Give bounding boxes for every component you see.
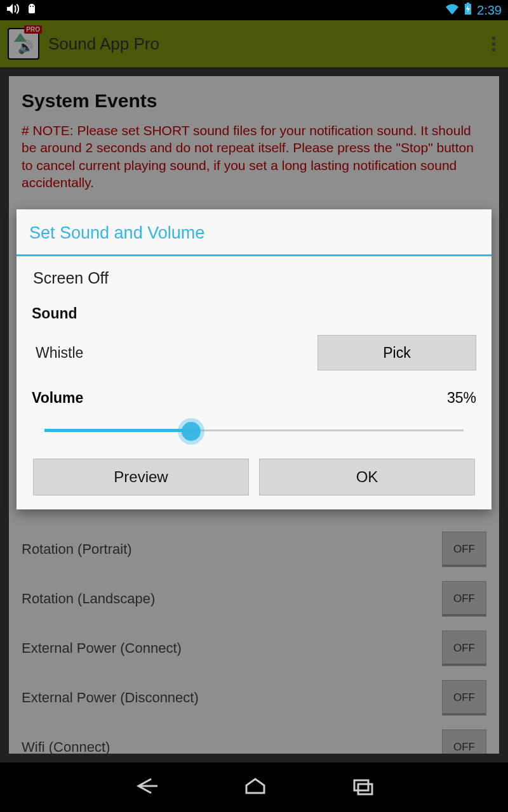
dialog-title: Set Sound and Volume [17, 209, 491, 254]
back-button[interactable] [132, 776, 160, 798]
svg-rect-3 [467, 3, 469, 4]
navigation-bar [0, 763, 508, 812]
slider-thumb[interactable] [182, 422, 201, 441]
preview-button[interactable]: Preview [33, 459, 249, 495]
svg-rect-5 [358, 784, 372, 794]
svg-point-0 [30, 6, 31, 7]
selected-sound-value: Whistle [32, 344, 318, 362]
dialog-event-name: Screen Off [32, 269, 476, 287]
volume-slider[interactable] [44, 418, 464, 443]
home-button[interactable] [243, 776, 268, 798]
android-debug-icon [25, 3, 38, 18]
set-sound-dialog: Set Sound and Volume Screen Off Sound Wh… [17, 209, 491, 509]
volume-icon [6, 3, 19, 18]
svg-rect-4 [354, 780, 368, 790]
volume-section-label: Volume [32, 390, 447, 407]
pick-button[interactable]: Pick [318, 335, 476, 370]
ok-button[interactable]: OK [259, 459, 475, 495]
battery-charging-icon [464, 3, 472, 18]
wifi-icon [445, 3, 459, 18]
volume-value: 35% [447, 390, 476, 407]
status-clock: 2:39 [477, 3, 502, 18]
status-bar: 2:39 [0, 0, 508, 20]
svg-point-1 [32, 6, 34, 7]
slider-fill [44, 429, 191, 432]
recents-button[interactable] [351, 776, 376, 798]
sound-section-label: Sound [32, 305, 476, 322]
